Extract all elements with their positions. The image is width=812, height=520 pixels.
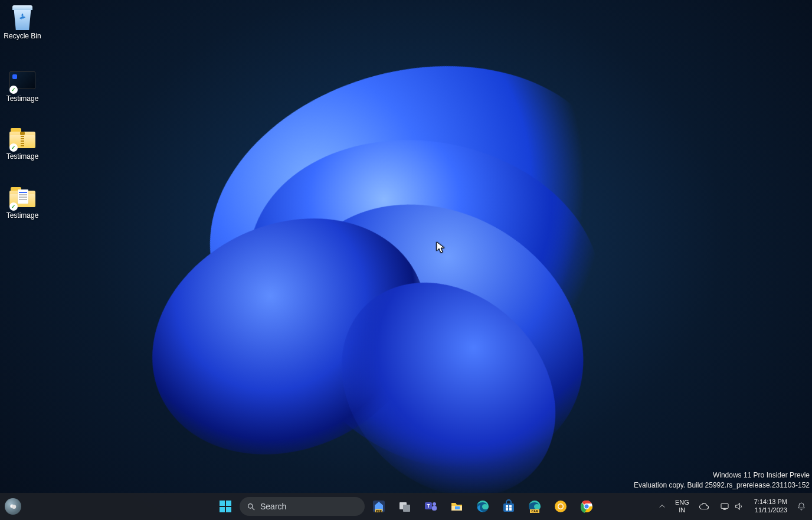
svg-point-30	[559, 505, 563, 509]
svg-rect-4	[220, 507, 225, 512]
taskbar-app-edge-canary[interactable]: CAN	[523, 495, 546, 518]
taskbar-app-dev-home[interactable]: PRE	[367, 495, 391, 518]
svg-line-7	[252, 508, 254, 510]
desktop-icon-label: Testimage	[6, 94, 39, 103]
chrome-canary-icon	[554, 499, 568, 514]
weather-icon	[9, 502, 17, 511]
desktop-icon-recycle-bin[interactable]: Recycle Bin	[0, 4, 45, 42]
watermark-line-2: Evaluation copy. Build 25992.rs_prerelea…	[634, 480, 810, 490]
dev-home-icon: PRE	[372, 499, 386, 514]
notifications-button[interactable]	[794, 495, 808, 518]
svg-rect-20	[503, 503, 514, 512]
svg-rect-16	[432, 506, 437, 511]
network-icon	[720, 502, 729, 511]
sync-badge-icon	[9, 202, 18, 211]
image-file-icon	[8, 68, 37, 92]
start-button[interactable]	[214, 495, 237, 518]
teams-icon: T	[424, 499, 438, 514]
onedrive-tray-button[interactable]	[696, 495, 712, 518]
svg-text:PRE: PRE	[376, 509, 382, 513]
windows-icon	[218, 499, 233, 514]
desktop-icon-label: Testimage	[6, 152, 39, 161]
taskbar-app-chrome[interactable]	[575, 495, 598, 518]
file-explorer-icon	[450, 499, 464, 514]
desktop-icon-testimage-3[interactable]: Testimage	[0, 183, 45, 222]
svg-rect-24	[509, 508, 512, 511]
taskbar: Search PRE T	[0, 493, 812, 520]
svg-rect-22	[509, 505, 512, 508]
language-label: ENG IN	[675, 499, 689, 514]
svg-rect-5	[226, 507, 231, 512]
task-view-button[interactable]	[393, 495, 417, 518]
tray-overflow-button[interactable]	[656, 495, 668, 518]
widgets-button[interactable]	[5, 498, 21, 515]
build-watermark: Windows 11 Pro Insider Previe Evaluation…	[634, 470, 810, 490]
recycle-bin-icon	[8, 6, 37, 30]
edge-canary-icon: CAN	[528, 499, 542, 514]
taskbar-app-store[interactable]	[497, 495, 520, 518]
quick-settings-button[interactable]	[716, 495, 747, 518]
watermark-line-1: Windows 11 Pro Insider Previe	[634, 470, 810, 480]
svg-rect-2	[220, 501, 225, 506]
bell-icon	[797, 502, 806, 511]
store-icon	[502, 499, 516, 514]
svg-rect-18	[455, 506, 460, 509]
search-icon	[247, 502, 256, 511]
svg-point-1	[12, 505, 16, 509]
language-button[interactable]: ENG IN	[673, 495, 692, 518]
chevron-up-icon	[659, 503, 666, 510]
sync-badge-icon	[9, 143, 18, 152]
task-view-icon	[398, 499, 412, 514]
zip-folder-icon	[8, 126, 37, 150]
desktop[interactable]: Recycle Bin Testimage Testimage Testimag…	[0, 0, 812, 520]
svg-rect-12	[403, 505, 410, 512]
taskbar-app-teams[interactable]: T	[419, 495, 443, 518]
clock-label: 7:14:13 PM 11/11/2023	[754, 498, 787, 515]
svg-rect-23	[506, 508, 508, 511]
chrome-icon	[579, 499, 594, 514]
svg-rect-3	[226, 501, 231, 506]
edge-icon	[476, 499, 490, 514]
taskbar-app-chrome-canary[interactable]	[549, 495, 572, 518]
svg-rect-21	[506, 505, 508, 508]
svg-text:CAN: CAN	[532, 509, 538, 513]
desktop-icon-label: Recycle Bin	[4, 32, 41, 40]
volume-icon	[734, 502, 744, 511]
clock-button[interactable]: 7:14:13 PM 11/11/2023	[752, 495, 790, 518]
taskbar-app-file-explorer[interactable]	[445, 495, 469, 518]
desktop-icon-testimage-2[interactable]: Testimage	[0, 124, 45, 163]
svg-text:T: T	[427, 503, 430, 509]
svg-point-6	[248, 503, 253, 508]
desktop-icon-testimage-1[interactable]: Testimage	[0, 66, 45, 105]
sync-badge-icon	[9, 86, 18, 94]
svg-rect-34	[721, 503, 728, 508]
search-box[interactable]: Search	[240, 497, 365, 516]
taskbar-app-edge[interactable]	[471, 495, 495, 518]
svg-point-15	[433, 502, 436, 506]
search-placeholder: Search	[260, 502, 286, 511]
cloud-icon	[699, 501, 709, 512]
doc-folder-icon	[8, 185, 37, 209]
desktop-icon-label: Testimage	[6, 211, 39, 220]
